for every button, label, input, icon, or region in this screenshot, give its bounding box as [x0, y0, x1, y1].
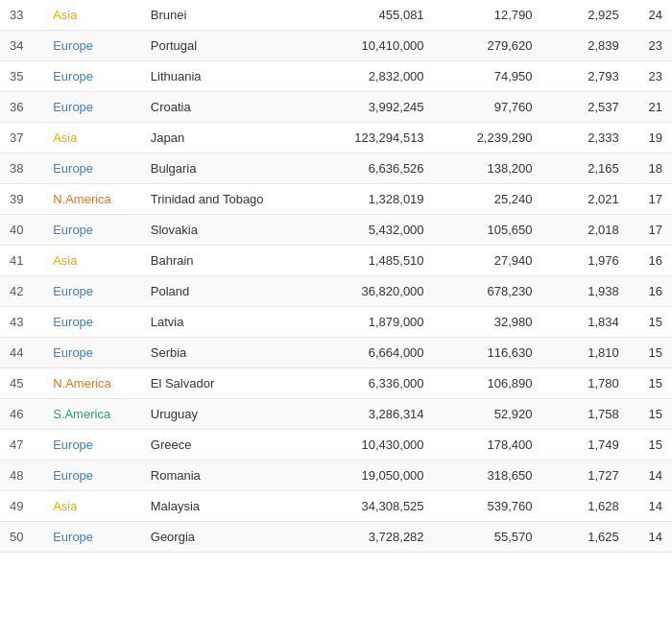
density-cell: 2,165 [541, 154, 628, 184]
rank-cell: 40 [0, 215, 43, 246]
rank-cell: 34 [0, 31, 43, 61]
table-row: 45 N.America El Salvador 6,336,000 106,8… [0, 368, 672, 399]
population-cell: 19,050,000 [293, 461, 434, 491]
population-cell: 3,992,245 [293, 92, 434, 123]
table-row: 40 Europe Slovakia 5,432,000 105,650 2,0… [0, 215, 672, 246]
area-cell: 318,650 [434, 461, 542, 491]
table-row: 37 Asia Japan 123,294,513 2,239,290 2,33… [0, 123, 672, 154]
continent-label: Asia [53, 8, 77, 22]
continent-cell: Europe [43, 92, 141, 123]
area-cell: 105,650 [434, 215, 542, 246]
extra-cell: 17 [629, 215, 672, 246]
rank-cell: 36 [0, 92, 43, 123]
country-cell: Trinidad and Tobago [141, 184, 293, 215]
rank-cell: 37 [0, 123, 43, 154]
continent-label: Europe [53, 345, 93, 360]
density-cell: 1,834 [541, 307, 628, 338]
population-cell: 123,294,513 [293, 123, 434, 154]
continent-cell: Europe [43, 430, 141, 461]
table-row: 50 Europe Georgia 3,728,282 55,570 1,625… [0, 522, 672, 553]
rank-cell: 46 [0, 399, 43, 430]
table-row: 35 Europe Lithuania 2,832,000 74,950 2,7… [0, 61, 672, 92]
continent-cell: Europe [43, 338, 141, 368]
continent-cell: Europe [43, 307, 141, 338]
rank-cell: 50 [0, 522, 43, 553]
continent-label: Europe [53, 468, 93, 483]
area-cell: 106,890 [434, 368, 542, 399]
density-cell: 1,780 [541, 368, 628, 399]
continent-cell: Asia [43, 123, 141, 154]
population-cell: 10,410,000 [293, 31, 434, 61]
continent-cell: S.America [43, 399, 141, 430]
area-cell: 32,980 [434, 307, 542, 338]
density-cell: 1,976 [541, 246, 628, 276]
density-cell: 1,727 [541, 461, 628, 491]
continent-label: Europe [53, 530, 93, 544]
continent-cell: Europe [43, 215, 141, 246]
continent-label: Europe [53, 223, 93, 237]
density-cell: 2,021 [541, 184, 628, 215]
extra-cell: 24 [629, 0, 672, 31]
population-cell: 36,820,000 [293, 276, 434, 307]
density-cell: 1,938 [541, 276, 628, 307]
continent-cell: Europe [43, 61, 141, 92]
continent-cell: Europe [43, 154, 141, 184]
population-cell: 6,336,000 [293, 368, 434, 399]
country-cell: Japan [141, 123, 293, 154]
country-cell: Georgia [141, 522, 293, 553]
rank-cell: 39 [0, 184, 43, 215]
continent-label: Europe [53, 438, 93, 452]
rank-cell: 47 [0, 430, 43, 461]
country-cell: Lithuania [141, 61, 293, 92]
continent-label: Europe [53, 69, 93, 83]
population-cell: 10,430,000 [293, 430, 434, 461]
extra-cell: 14 [629, 461, 672, 491]
country-cell: Malaysia [141, 491, 293, 522]
continent-label: Europe [53, 100, 93, 114]
rank-cell: 42 [0, 276, 43, 307]
continent-cell: Europe [43, 461, 141, 491]
extra-cell: 16 [629, 246, 672, 276]
area-cell: 116,630 [434, 338, 542, 368]
extra-cell: 18 [629, 154, 672, 184]
continent-label: Europe [53, 38, 93, 53]
continent-cell: N.America [43, 368, 141, 399]
country-cell: Bulgaria [141, 154, 293, 184]
continent-cell: Asia [43, 0, 141, 31]
rank-cell: 33 [0, 0, 43, 31]
area-cell: 2,239,290 [434, 123, 542, 154]
density-cell: 2,839 [541, 31, 628, 61]
extra-cell: 15 [629, 338, 672, 368]
continent-cell: Asia [43, 246, 141, 276]
table-row: 49 Asia Malaysia 34,308,525 539,760 1,62… [0, 491, 672, 522]
area-cell: 678,230 [434, 276, 542, 307]
area-cell: 25,240 [434, 184, 542, 215]
extra-cell: 15 [629, 430, 672, 461]
rank-cell: 44 [0, 338, 43, 368]
rank-cell: 49 [0, 491, 43, 522]
density-cell: 1,749 [541, 430, 628, 461]
density-cell: 1,628 [541, 491, 628, 522]
extra-cell: 15 [629, 399, 672, 430]
continent-cell: Europe [43, 276, 141, 307]
continent-label: Asia [53, 253, 77, 268]
density-cell: 2,018 [541, 215, 628, 246]
population-cell: 6,664,000 [293, 338, 434, 368]
data-table: 33 Asia Brunei 455,081 12,790 2,925 24 3… [0, 0, 672, 553]
density-cell: 2,333 [541, 123, 628, 154]
continent-label: Europe [53, 161, 93, 176]
table-row: 44 Europe Serbia 6,664,000 116,630 1,810… [0, 338, 672, 368]
table-row: 38 Europe Bulgaria 6,636,526 138,200 2,1… [0, 154, 672, 184]
population-cell: 34,308,525 [293, 491, 434, 522]
table-row: 46 S.America Uruguay 3,286,314 52,920 1,… [0, 399, 672, 430]
rank-cell: 41 [0, 246, 43, 276]
continent-label: S.America [53, 407, 110, 421]
area-cell: 74,950 [434, 61, 542, 92]
density-cell: 2,537 [541, 92, 628, 123]
country-cell: Poland [141, 276, 293, 307]
area-cell: 178,400 [434, 430, 542, 461]
table-row: 41 Asia Bahrain 1,485,510 27,940 1,976 1… [0, 246, 672, 276]
table-row: 36 Europe Croatia 3,992,245 97,760 2,537… [0, 92, 672, 123]
population-cell: 3,728,282 [293, 522, 434, 553]
table-row: 48 Europe Romania 19,050,000 318,650 1,7… [0, 461, 672, 491]
